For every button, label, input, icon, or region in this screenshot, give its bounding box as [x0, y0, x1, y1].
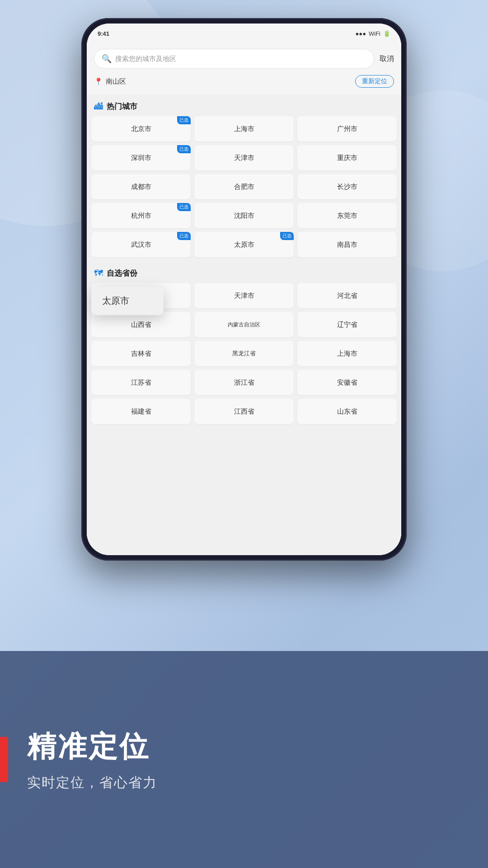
tooltip-text: 太原市: [102, 296, 129, 306]
prov-tianjin[interactable]: 天津市: [194, 283, 294, 308]
search-placeholder: 搜索您的城市及地区: [115, 55, 366, 63]
location-name: 南山区: [106, 77, 126, 86]
city-chongqing[interactable]: 重庆市: [297, 145, 397, 170]
hot-cities-header: 🏙 热门城市: [91, 94, 397, 116]
city-hangzhou[interactable]: 杭州市: [91, 203, 191, 228]
current-location: 📍 南山区: [94, 77, 126, 86]
prov-fujian[interactable]: 福建省: [91, 399, 191, 424]
city-tianjin[interactable]: 天津市: [194, 145, 294, 170]
city-nanchang[interactable]: 南昌市: [297, 232, 397, 257]
relocate-button[interactable]: 重新定位: [355, 75, 394, 88]
hot-cities-title: 热门城市: [107, 101, 137, 112]
city-shenyang[interactable]: 沈阳市: [194, 203, 294, 228]
hot-cities-grid: 北京市 上海市 广州市 深圳市 天津市 重庆市 成都市 合肥市 长沙市 杭州市 …: [91, 116, 397, 261]
prov-jiangsu[interactable]: 江苏省: [91, 370, 191, 395]
province-header: 🗺 自选省份: [91, 261, 397, 283]
province-icon: 🗺: [94, 268, 103, 278]
prov-jilin[interactable]: 吉林省: [91, 341, 191, 366]
search-area: 🔍 搜索您的城市及地区 取消: [87, 43, 401, 69]
prov-zhejiang[interactable]: 浙江省: [194, 370, 294, 395]
prov-liaoning[interactable]: 辽宁省: [297, 312, 397, 337]
city-beijing[interactable]: 北京市: [91, 116, 191, 142]
prov-neimenggu[interactable]: 内蒙古自治区: [194, 312, 294, 337]
city-shanghai[interactable]: 上海市: [194, 116, 294, 142]
location-row: 📍 南山区 重新定位: [87, 69, 401, 94]
city-wuhan[interactable]: 武汉市: [91, 232, 191, 257]
cancel-button[interactable]: 取消: [380, 54, 394, 64]
promo-title: 精准定位: [27, 727, 461, 766]
promo-accent-bar: [0, 737, 8, 782]
city-hefei[interactable]: 合肥市: [194, 174, 294, 199]
scroll-content[interactable]: 🏙 热门城市 北京市 上海市 广州市 深圳市 天津市 重庆市 成都市 合肥市 长…: [87, 94, 401, 552]
prov-hebei[interactable]: 河北省: [297, 283, 397, 308]
phone-inner: 9:41 ●●● WiFi 🔋 🔍 搜索您的城市及地区 取消 📍: [87, 24, 401, 555]
prov-shanghai[interactable]: 上海市: [297, 341, 397, 366]
phone-content: 🔍 搜索您的城市及地区 取消 📍 南山区 重新定位 🏙 热门城市: [87, 43, 401, 555]
hot-cities-icon: 🏙: [94, 101, 103, 112]
tooltip-popup: 太原市: [91, 287, 164, 315]
promo-section: 精准定位 实时定位，省心省力: [0, 651, 488, 868]
search-icon: 🔍: [102, 54, 112, 64]
phone-frame: 9:41 ●●● WiFi 🔋 🔍 搜索您的城市及地区 取消 📍: [81, 18, 407, 561]
city-chengdu[interactable]: 成都市: [91, 174, 191, 199]
prov-heilongjiang[interactable]: 黑龙江省: [194, 341, 294, 366]
prov-shandong[interactable]: 山东省: [297, 399, 397, 424]
status-bar: 9:41 ●●● WiFi 🔋: [87, 24, 401, 43]
city-shenzhen[interactable]: 深圳市: [91, 145, 191, 170]
city-dongguan[interactable]: 东莞市: [297, 203, 397, 228]
city-guangzhou[interactable]: 广州市: [297, 116, 397, 142]
promo-subtitle: 实时定位，省心省力: [27, 774, 461, 792]
location-pin-icon: 📍: [94, 77, 103, 86]
prov-shanxi[interactable]: 山西省: [91, 312, 191, 337]
prov-anhui[interactable]: 安徽省: [297, 370, 397, 395]
city-taiyuan-hot[interactable]: 太原市: [194, 232, 294, 257]
prov-jiangxi[interactable]: 江西省: [194, 399, 294, 424]
city-changsha[interactable]: 长沙市: [297, 174, 397, 199]
search-box[interactable]: 🔍 搜索您的城市及地区: [94, 49, 374, 69]
province-title: 自选省份: [107, 268, 137, 278]
